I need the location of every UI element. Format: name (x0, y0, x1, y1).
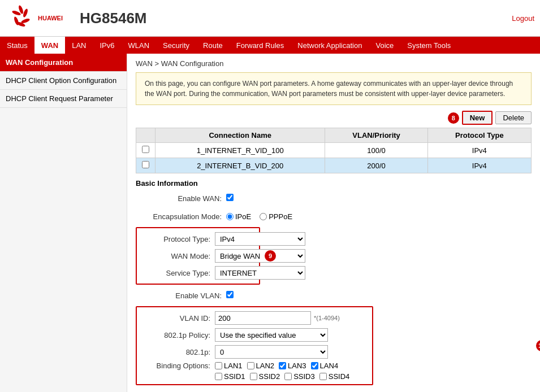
col-connection-name: Connection Name (155, 128, 325, 143)
wan-table: Connection Name VLAN/Priority Protocol T… (136, 128, 532, 173)
binding-label: Binding Options: (141, 361, 215, 370)
lan3-checkbox[interactable] (279, 362, 286, 369)
enable-vlan-label: Enable VLAN: (136, 291, 226, 300)
encap-label: Encapsulation Mode: (136, 212, 226, 221)
sidebar-item-wan-config[interactable]: WAN Configuration (0, 54, 127, 72)
wan-mode-row: WAN Mode: Bridge WAN (141, 249, 254, 263)
breadcrumb: WAN > WAN Configuration (136, 59, 532, 68)
brand-name: HUAWEI (38, 15, 63, 21)
nav-route[interactable]: Route (196, 37, 230, 54)
vlan-id-input[interactable] (215, 311, 311, 325)
policy-select[interactable]: Use the specified value (215, 328, 328, 342)
lan2-label[interactable]: LAN2 (247, 361, 275, 370)
nav-bar: Status WAN LAN IPv6 WLAN Security Route … (0, 37, 540, 54)
col-vlan-priority: VLAN/Priority (325, 128, 427, 143)
lan1-checkbox[interactable] (215, 362, 222, 369)
binding-options-row: Binding Options: LAN1 LAN2 LAN3 LAN4 SSI… (141, 361, 368, 381)
lan4-checkbox[interactable] (311, 362, 318, 369)
vlan-id-label: VLAN ID: (141, 314, 215, 323)
service-type-row: Service Type: INTERNET (141, 265, 254, 280)
lan3-label[interactable]: LAN3 (279, 361, 306, 370)
device-title: HG8546M (80, 10, 147, 27)
table-toolbar: 8 New Delete (136, 111, 532, 125)
badge-9: 9 (265, 250, 276, 262)
policy-label: 802.1p Policy: (141, 331, 215, 339)
ssid3-label[interactable]: SSID3 (284, 372, 315, 381)
pppoe-radio-label[interactable]: PPPoE (260, 212, 292, 221)
sidebar-item-dhcp-request[interactable]: DHCP Client Request Parameter (0, 90, 127, 108)
svg-point-1 (22, 8, 28, 18)
wan-mode-select[interactable]: Bridge WAN (215, 249, 305, 263)
nav-forward-rules[interactable]: Forward Rules (230, 37, 291, 54)
row1-vlan: 100/0 (325, 143, 427, 158)
logo-area: HUAWEI (6, 4, 63, 32)
ssid1-label[interactable]: SSID1 (215, 372, 245, 381)
badge-10: 10 (536, 340, 540, 351)
enable-vlan-row: Enable VLAN: (136, 288, 532, 303)
ssid4-label[interactable]: SSID4 (319, 372, 350, 381)
logout-button[interactable]: Logout (512, 14, 534, 23)
service-select[interactable]: INTERNET (215, 266, 305, 280)
info-box: On this page, you can configure WAN port… (136, 72, 532, 105)
protocol-select[interactable]: IPv4 (215, 232, 305, 246)
vlan-id-hint: *(1-4094) (314, 315, 340, 321)
nav-voice[interactable]: Voice (369, 37, 400, 54)
col-check (136, 128, 155, 143)
basic-info-title: Basic Information (136, 179, 532, 188)
service-label: Service Type: (141, 269, 215, 277)
vlan-id-row: VLAN ID: *(1-4094) (141, 311, 368, 325)
table-row: 2_INTERNET_B_VID_200 200/0 IPv4 (136, 158, 532, 173)
pppoe-radio[interactable] (260, 213, 267, 220)
row2-checkbox[interactable] (142, 161, 149, 168)
lan2-checkbox[interactable] (247, 362, 254, 369)
nav-system-tools[interactable]: System Tools (400, 37, 457, 54)
row1-connection-name: 1_INTERNET_R_VID_100 (155, 143, 325, 158)
row1-protocol: IPv4 (427, 143, 531, 158)
row1-checkbox[interactable] (142, 146, 149, 153)
sidebar-item-dhcp-option[interactable]: DHCP Client Option Configuration (0, 72, 127, 90)
lan1-label[interactable]: LAN1 (215, 361, 243, 370)
badge-8: 8 (448, 112, 459, 124)
sidebar: WAN Configuration DHCP Client Option Con… (0, 54, 127, 392)
huawei-logo (6, 4, 37, 32)
main-content: WAN > WAN Configuration On this page, yo… (127, 54, 540, 392)
enable-wan-label: Enable WAN: (136, 194, 226, 203)
ssid1-checkbox[interactable] (215, 373, 222, 380)
ssid3-checkbox[interactable] (284, 373, 292, 380)
ssid4-checkbox[interactable] (319, 373, 327, 380)
nav-network-application[interactable]: Network Application (291, 37, 369, 54)
nav-ipv6[interactable]: IPv6 (93, 37, 122, 54)
nav-lan[interactable]: LAN (65, 37, 93, 54)
table-row: 1_INTERNET_R_VID_100 100/0 IPv4 (136, 143, 532, 158)
protocol-type-row: Protocol Type: IPv4 (141, 232, 254, 246)
enable-wan-checkbox[interactable] (226, 194, 234, 201)
dot1p-label: 802.1p: (141, 348, 215, 356)
col-protocol-type: Protocol Type (427, 128, 531, 143)
row2-protocol: IPv4 (427, 158, 531, 173)
delete-button[interactable]: Delete (495, 111, 532, 124)
enable-vlan-checkbox[interactable] (226, 291, 234, 298)
ssid2-checkbox[interactable] (250, 373, 257, 380)
pppoe-label: PPPoE (269, 212, 292, 221)
ipoe-radio[interactable] (226, 213, 234, 220)
nav-security[interactable]: Security (156, 37, 196, 54)
wan-mode-group: Protocol Type: IPv4 WAN Mode: Bridge WAN (136, 227, 260, 285)
dot1p-row: 802.1p: 0 (141, 345, 368, 359)
ssid2-label[interactable]: SSID2 (250, 372, 280, 381)
nav-wlan[interactable]: WLAN (122, 37, 157, 54)
row2-vlan: 200/0 (325, 158, 427, 173)
wan-mode-label: WAN Mode: (141, 252, 215, 260)
enable-wan-row: Enable WAN: (136, 191, 532, 206)
protocol-label: Protocol Type: (141, 235, 215, 243)
nav-status[interactable]: Status (0, 37, 34, 54)
ipoe-label: IPoE (235, 212, 251, 221)
dot1p-select[interactable]: 0 (215, 345, 328, 359)
new-button[interactable]: New (462, 111, 493, 125)
vlan-group: VLAN ID: *(1-4094) 802.1p Policy: Use th… (136, 306, 373, 385)
row2-connection-name: 2_INTERNET_B_VID_200 (155, 158, 325, 173)
encap-mode-row: Encapsulation Mode: IPoE PPPoE (136, 209, 532, 224)
ipoe-radio-label[interactable]: IPoE (226, 212, 251, 221)
nav-wan[interactable]: WAN (34, 37, 65, 54)
policy-8021p-row: 802.1p Policy: Use the specified value (141, 328, 368, 342)
lan4-label[interactable]: LAN4 (311, 361, 339, 370)
